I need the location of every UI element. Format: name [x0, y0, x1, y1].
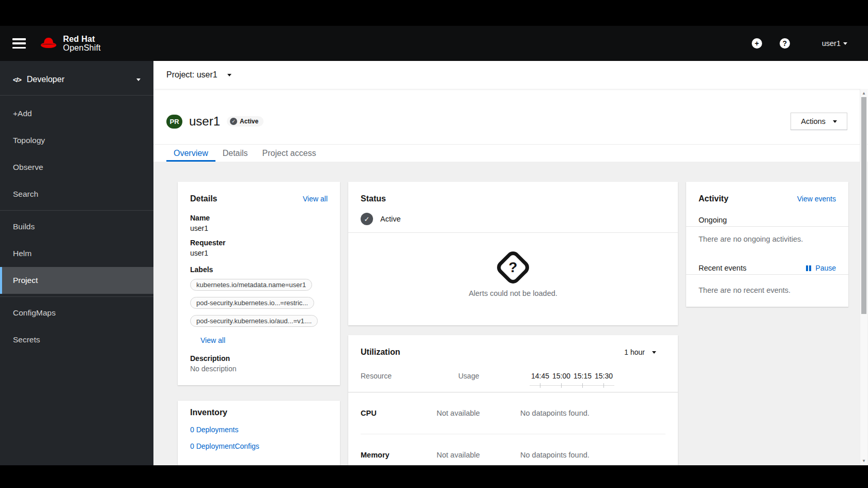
- sidebar-item-configmaps[interactable]: ConfigMaps: [0, 300, 153, 326]
- resource-usage: Not available: [437, 409, 520, 417]
- tab-bar: Overview Details Project access: [153, 144, 868, 162]
- activity-card-title: Activity: [699, 194, 729, 203]
- add-plus-circle-icon[interactable]: +: [752, 38, 762, 49]
- resource-datapoints: No datapoints found.: [520, 409, 665, 417]
- time-axis-labels: 14:45 15:00 15:15 15:30: [530, 372, 614, 380]
- status-card-title: Status: [361, 194, 665, 203]
- sidebar-nav: +Add Topology Observe Search Builds Helm…: [0, 96, 153, 356]
- user-menu[interactable]: user1: [822, 39, 847, 48]
- scrollbar-down-icon[interactable]: ▼: [860, 459, 867, 463]
- redhat-hat-icon: [39, 37, 58, 50]
- time-axis-ticks: [530, 383, 614, 388]
- utilization-row-memory: Memory Not available No datapoints found…: [361, 434, 665, 465]
- openshift-console-screen: Red Hat OpenShift + ? user1 </> Develope…: [0, 0, 868, 488]
- usage-column-header: Usage: [437, 372, 479, 380]
- ongoing-empty-message: There are no ongoing activities.: [699, 227, 836, 251]
- sidebar-item-secrets[interactable]: Secrets: [0, 326, 153, 353]
- resource-column-header: Resource: [361, 372, 392, 380]
- help-question-icon[interactable]: ?: [780, 38, 790, 49]
- label-chip[interactable]: pod-security.kubernetes.io...=restric...: [190, 297, 314, 309]
- caret-down-icon: [227, 74, 231, 76]
- scrollbar-thumb[interactable]: [861, 97, 866, 314]
- status-value: Active: [380, 215, 401, 223]
- labels-view-all-link[interactable]: View all: [200, 336, 225, 344]
- sidebar: </> Developer +Add Topology Observe Sear…: [0, 61, 153, 465]
- user-menu-label: user1: [822, 39, 841, 48]
- ongoing-label: Ongoing: [699, 216, 836, 224]
- perspective-switcher[interactable]: </> Developer: [0, 61, 153, 96]
- resource-datapoints: No datapoints found.: [520, 451, 665, 459]
- alerts-empty-state: ? Alerts could not be loaded.: [361, 233, 665, 313]
- sidebar-item-search[interactable]: Search: [0, 181, 153, 208]
- requester-label: Requester: [190, 239, 328, 247]
- pause-button-label: Pause: [815, 264, 836, 272]
- code-icon: </>: [13, 76, 21, 84]
- project-selector[interactable]: Project: user1: [153, 61, 868, 89]
- actions-button[interactable]: Actions: [791, 113, 847, 130]
- vertical-scrollbar[interactable]: ▲ ▼: [860, 89, 867, 465]
- recent-empty-message: There are no recent events.: [699, 275, 836, 294]
- alerts-empty-message: Alerts could not be loaded.: [469, 289, 557, 297]
- utilization-card-title: Utilization: [361, 348, 400, 357]
- project-status-badge: ✓ Active: [227, 116, 264, 127]
- labels-label: Labels: [190, 265, 328, 274]
- sidebar-item-builds[interactable]: Builds: [0, 213, 153, 240]
- details-card: Details View all Name user1 Requester us…: [178, 182, 340, 385]
- description-value: No description: [190, 365, 328, 373]
- sidebar-item-topology[interactable]: Topology: [0, 127, 153, 154]
- hamburger-menu-icon[interactable]: [12, 38, 26, 49]
- project-status-badge-label: Active: [240, 118, 258, 125]
- label-chip[interactable]: pod-security.kubernetes.io/aud...=v1....: [190, 315, 318, 327]
- status-card: Status ✓ Active ? Alerts could not be lo…: [348, 182, 678, 325]
- time-tick-label: 14:45: [530, 372, 551, 380]
- brand-line-1: Red Hat: [63, 35, 101, 43]
- duration-dropdown[interactable]: 1 hour: [624, 348, 656, 356]
- time-tick-label: 15:15: [572, 372, 593, 380]
- sidebar-item-add[interactable]: +Add: [0, 100, 153, 127]
- utilization-card: Utilization 1 hour Resource Usage 14:45: [348, 335, 678, 465]
- page-header: PR user1 ✓ Active Actions Overview Detai…: [153, 89, 868, 162]
- inventory-card: Inventory 0 Deployments 0 DeploymentConf…: [178, 401, 340, 465]
- name-label: Name: [190, 214, 328, 222]
- inventory-card-title: Inventory: [190, 408, 328, 417]
- tab-overview[interactable]: Overview: [166, 145, 215, 162]
- inventory-deploymentconfigs-link[interactable]: 0 DeploymentConfigs: [190, 442, 328, 450]
- duration-dropdown-label: 1 hour: [624, 348, 645, 356]
- actions-button-label: Actions: [801, 117, 826, 125]
- project-selector-label: Project: user1: [166, 70, 218, 80]
- recent-events-label: Recent events: [699, 264, 747, 272]
- label-chips: kubernetes.io/metadata.name=user1 pod-se…: [190, 275, 328, 329]
- resource-name: Memory: [361, 451, 437, 459]
- unknown-icon: ?: [494, 248, 532, 287]
- project-resource-badge: PR: [166, 115, 182, 129]
- main-content: Project: user1 PR user1 ✓ Active Actions…: [153, 61, 868, 465]
- brand-line-2: OpenShift: [63, 43, 101, 52]
- tab-details[interactable]: Details: [215, 145, 255, 162]
- time-tick-label: 15:00: [551, 372, 572, 380]
- view-events-link[interactable]: View events: [797, 195, 836, 203]
- description-label: Description: [190, 354, 328, 363]
- pause-button[interactable]: Pause: [806, 264, 836, 272]
- sidebar-item-helm[interactable]: Helm: [0, 240, 153, 267]
- scrollbar-up-icon[interactable]: ▲: [860, 91, 867, 96]
- redhat-openshift-logo: Red Hat OpenShift: [39, 35, 101, 52]
- sidebar-item-observe[interactable]: Observe: [0, 154, 153, 181]
- caret-down-icon: [136, 78, 141, 81]
- resource-name: CPU: [361, 409, 437, 417]
- details-view-all-link[interactable]: View all: [303, 195, 328, 203]
- activity-card: Activity View events Ongoing There are n…: [686, 182, 848, 307]
- page-title: user1: [189, 114, 220, 129]
- check-circle-icon: ✓: [361, 213, 373, 225]
- inventory-deployments-link[interactable]: 0 Deployments: [190, 426, 328, 434]
- overview-dashboard: Details View all Name user1 Requester us…: [153, 162, 868, 465]
- caret-down-icon: [843, 42, 847, 45]
- name-value: user1: [190, 224, 328, 232]
- tab-project-access[interactable]: Project access: [255, 145, 323, 162]
- details-card-title: Details: [190, 194, 217, 203]
- label-chip[interactable]: kubernetes.io/metadata.name=user1: [190, 279, 312, 291]
- sidebar-item-project[interactable]: Project: [0, 267, 153, 294]
- check-circle-icon: ✓: [230, 118, 237, 125]
- letterbox-top: [0, 0, 868, 26]
- requester-value: user1: [190, 249, 328, 257]
- letterbox-bottom: [0, 465, 868, 488]
